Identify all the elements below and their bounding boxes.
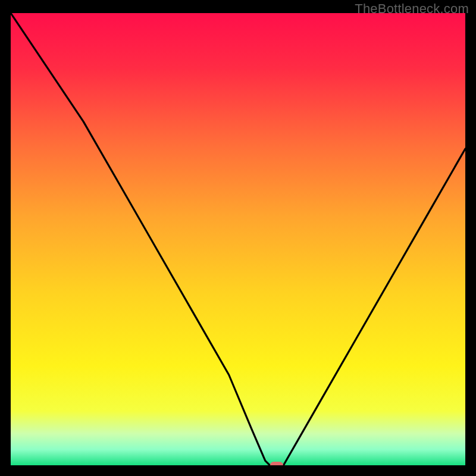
optimum-marker — [270, 462, 283, 465]
bottleneck-plot — [11, 13, 465, 465]
chart-frame: TheBottleneck.com — [0, 0, 476, 476]
